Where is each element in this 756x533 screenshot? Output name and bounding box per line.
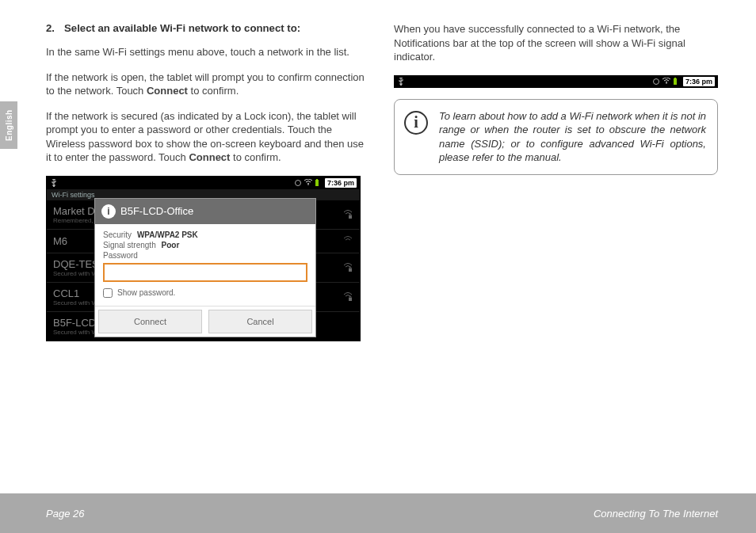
wifi-connect-dialog: i B5F-LCD-Office Security WPA/WPA2 PSK S…	[94, 198, 316, 337]
signal-value: Poor	[162, 241, 180, 249]
info-icon: i	[101, 204, 116, 219]
page-number: Page 26	[46, 508, 84, 520]
section-heading: 2. Select an available Wi-Fi network to …	[46, 22, 370, 34]
wifi-icon	[662, 78, 670, 86]
svg-rect-7	[349, 298, 352, 301]
footer-section-title: Connecting To The Internet	[594, 508, 718, 520]
connect-button[interactable]: Connect	[98, 310, 202, 333]
network-name: M6	[53, 235, 67, 247]
status-time: 7:36 pm	[325, 178, 357, 188]
security-label: Security	[103, 230, 132, 239]
heading-text: Select an available Wi-Fi network to con…	[64, 22, 300, 34]
info-callout: i To learn about how to add a Wi-Fi netw…	[394, 99, 718, 175]
page-content: 2. Select an available Wi-Fi network to …	[0, 0, 756, 475]
wifi-lock-icon	[342, 210, 353, 219]
security-value: WPA/WPA2 PSK	[137, 230, 198, 239]
show-password-label: Show password.	[117, 288, 175, 297]
svg-rect-3	[315, 180, 319, 186]
svg-point-10	[666, 82, 667, 84]
body-para-1: In the same Wi-Fi settings menu above, t…	[46, 45, 370, 59]
body-para-right: When you have successfully connected to …	[394, 22, 718, 64]
wifi-icon	[304, 179, 312, 187]
connect-word: Connect	[189, 151, 230, 163]
sync-icon	[294, 179, 302, 187]
android-status-bar: 7:36 pm	[47, 177, 360, 189]
password-input[interactable]	[103, 263, 307, 282]
svg-rect-12	[674, 78, 676, 78]
wifi-lock-icon	[342, 292, 353, 302]
signal-label: Signal strength	[103, 241, 156, 249]
wifi-lock-icon	[342, 263, 353, 272]
show-password-row[interactable]: Show password.	[103, 288, 307, 298]
password-label: Password	[103, 251, 307, 260]
cancel-button[interactable]: Cancel	[208, 310, 312, 333]
svg-point-2	[307, 184, 309, 185]
dialog-title: B5F-LCD-Office	[120, 205, 193, 217]
body-para-2: If the network is open, the tablet will …	[46, 70, 370, 98]
info-icon: i	[404, 111, 428, 135]
svg-point-0	[53, 185, 55, 187]
svg-rect-5	[349, 215, 352, 219]
page-footer: Page 26 Connecting To The Internet	[0, 493, 756, 533]
connect-word: Connect	[147, 85, 188, 97]
svg-rect-6	[349, 268, 352, 272]
svg-rect-4	[316, 179, 318, 180]
signal-row: Signal strength Poor	[103, 241, 307, 249]
security-row: Security WPA/WPA2 PSK	[103, 230, 307, 239]
wifi-icon	[342, 236, 353, 246]
battery-icon	[315, 179, 323, 187]
show-password-checkbox[interactable]	[103, 288, 113, 298]
language-tab: English	[0, 101, 17, 149]
svg-point-9	[653, 78, 659, 84]
status-bar-example: 7:36 pm	[394, 75, 718, 88]
heading-number: 2.	[46, 22, 55, 34]
battery-icon	[673, 78, 681, 86]
body-para-3: If the network is secured (as indicated …	[46, 109, 370, 165]
right-column: When you have successfully connected to …	[394, 22, 718, 475]
left-column: 2. Select an available Wi-Fi network to …	[46, 22, 370, 475]
callout-text: To learn about how to add a Wi-Fi networ…	[439, 110, 706, 164]
sync-icon	[652, 78, 660, 86]
body-text: to confirm.	[188, 85, 239, 97]
dialog-title-bar: i B5F-LCD-Office	[95, 199, 315, 224]
svg-point-1	[295, 180, 300, 185]
svg-point-8	[400, 84, 402, 86]
usb-icon	[397, 78, 405, 86]
status-time: 7:36 pm	[683, 77, 715, 86]
usb-icon	[50, 179, 58, 187]
body-text: to confirm.	[230, 151, 281, 163]
svg-rect-11	[674, 78, 677, 85]
wifi-settings-screenshot: 7:36 pm Wi-Fi settings Market Dep Rememb…	[46, 176, 361, 341]
